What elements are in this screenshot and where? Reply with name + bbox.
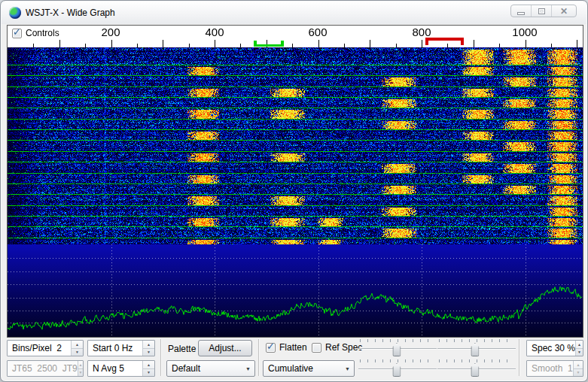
palette-label: Palette [168, 344, 196, 354]
chevron-down-icon: ▼ [242, 366, 254, 371]
bins-per-pixel-spinbox[interactable]: Bins/Pixel 2 ▲▼ [7, 340, 84, 356]
ref-spec-checkbox[interactable]: ✓ Ref Spec [312, 342, 362, 353]
slider-ticks [360, 339, 435, 342]
palette-adjust-button[interactable]: Adjust... [198, 340, 252, 356]
wide-graph-display: 200 400 600 800 1000 ✓ Controls [7, 25, 583, 338]
chevron-down-icon: ▼ [341, 366, 354, 371]
spectrum-zero-slider[interactable] [437, 359, 516, 377]
spin-down-icon[interactable]: ▼ [143, 369, 154, 377]
controls-checkbox[interactable]: ✓ Controls [12, 28, 59, 38]
minimize-button[interactable] [511, 5, 532, 17]
frequency-scale-ticks [8, 26, 583, 47]
tick-label-800: 800 [412, 26, 431, 38]
spin-down-icon[interactable]: ▼ [143, 349, 154, 356]
spin-up-icon[interactable]: ▲ [576, 341, 583, 349]
flatten-checkbox[interactable]: ✓ Flatten [266, 342, 307, 353]
smooth-value: Smooth 1 [527, 363, 573, 374]
ref-spec-checkbox-box: ✓ [312, 343, 321, 353]
slider-thumb[interactable] [392, 343, 401, 356]
tick-label-400: 400 [205, 26, 224, 38]
check-icon: ✓ [267, 341, 275, 352]
smooth-spinbox: Smooth 1 ▲▼ [526, 360, 583, 377]
spin-down-icon[interactable]: ▼ [72, 349, 83, 356]
spin-up-icon: ▲ [78, 361, 83, 369]
title-bar[interactable]: WSJT-X - Wide Graph ✕ [2, 2, 586, 24]
controls-checkbox-label: Controls [26, 28, 59, 38]
group-separator [519, 339, 520, 376]
close-icon: ✕ [560, 7, 568, 16]
spectrum-gain-slider[interactable] [358, 359, 437, 377]
jt65-jt9-split-spinbox: JT65 2500 JT9 ▲▼ [7, 360, 84, 377]
start-freq-spinbox[interactable]: Start 0 Hz ▲▼ [87, 340, 155, 356]
start-freq-value: Start 0 Hz [88, 343, 142, 353]
maximize-icon [538, 8, 545, 14]
n-avg-value: N Avg 5 [88, 363, 142, 374]
spec-percent-value: Spec 30 % [527, 343, 575, 353]
slider-thumb[interactable] [471, 363, 479, 377]
tick-label-600: 600 [308, 26, 327, 38]
close-button[interactable]: ✕ [552, 5, 576, 17]
spec-percent-spinbox[interactable]: Spec 30 % ▲▼ [526, 340, 583, 356]
display-mode-value: Cumulative [264, 363, 341, 374]
adjust-button-label: Adjust... [209, 343, 241, 353]
flatten-checkbox-box: ✓ [266, 343, 276, 353]
spectrum-display[interactable] [8, 244, 583, 337]
bins-per-pixel-value: Bins/Pixel 2 [8, 343, 71, 353]
spin-down-icon: ▼ [574, 369, 583, 377]
minimize-icon [517, 12, 525, 15]
maximize-button[interactable] [532, 5, 552, 17]
check-icon: ✓ [13, 26, 21, 38]
jt65-jt9-split-value: JT65 2500 JT9 [8, 363, 78, 374]
tick-label-1000: 1000 [512, 26, 537, 38]
spin-up-icon: ▲ [574, 361, 583, 369]
spin-down-icon: ▼ [78, 369, 83, 377]
slider-ticks [439, 359, 514, 362]
controls-checkbox-box: ✓ [12, 29, 22, 38]
waterfall-zero-slider[interactable] [437, 339, 516, 357]
slider-ticks [360, 359, 435, 362]
n-avg-spinbox[interactable]: N Avg 5 ▲▼ [87, 360, 155, 377]
slider-thumb[interactable] [392, 363, 401, 377]
ref-spec-checkbox-label: Ref Spec [325, 342, 362, 353]
flatten-checkbox-label: Flatten [279, 342, 307, 353]
group-separator [160, 339, 162, 376]
palette-combobox-value: Default [167, 363, 242, 374]
spin-down-icon[interactable]: ▼ [576, 349, 583, 356]
tick-label-200: 200 [101, 26, 120, 38]
waterfall-display[interactable] [8, 47, 583, 244]
palette-combobox[interactable]: Default ▼ [166, 360, 255, 377]
spin-up-icon[interactable]: ▲ [143, 341, 154, 349]
slider-thumb[interactable] [471, 343, 479, 356]
controls-panel: Bins/Pixel 2 ▲▼ Start 0 Hz ▲▼ JT65 2500 … [1, 338, 588, 380]
window-title: WSJT-X - Wide Graph [26, 8, 115, 18]
wsjtx-wide-graph-window: WSJT-X - Wide Graph ✕ 200 400 600 800 10… [0, 0, 588, 382]
spin-up-icon[interactable]: ▲ [143, 361, 154, 369]
frequency-scale[interactable]: 200 400 600 800 1000 ✓ Controls [8, 26, 583, 47]
waterfall-gain-slider[interactable] [358, 339, 437, 357]
group-separator [258, 339, 260, 376]
window-controls: ✕ [510, 5, 577, 17]
wsjtx-app-icon [9, 7, 21, 19]
display-mode-combobox[interactable]: Cumulative ▼ [263, 360, 355, 377]
spin-up-icon[interactable]: ▲ [72, 341, 83, 349]
slider-ticks [439, 339, 514, 342]
